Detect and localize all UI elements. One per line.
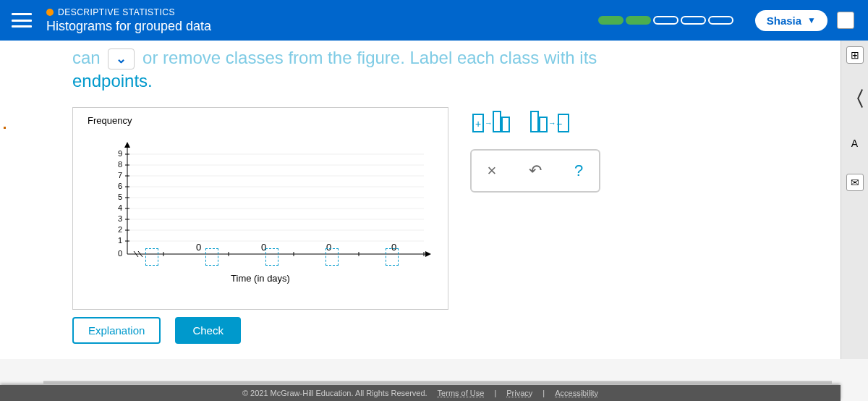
font-icon[interactable]: A: [846, 135, 864, 152]
privacy-link[interactable]: Privacy: [506, 389, 532, 397]
accessibility-link[interactable]: Accessibility: [555, 389, 598, 397]
class-endpoint-input[interactable]: [205, 248, 218, 266]
play-icon[interactable]: ▷: [837, 12, 854, 29]
user-name: Shasia: [767, 14, 801, 27]
svg-text:6: 6: [118, 182, 122, 190]
svg-text:→: →: [485, 119, 493, 127]
page-title-area: DESCRIPTIVE STATISTICS Histograms for gr…: [46, 7, 598, 34]
svg-rect-49: [540, 117, 547, 132]
svg-text:3: 3: [118, 214, 122, 223]
svg-text:→: →: [548, 119, 556, 127]
scrollbar[interactable]: [43, 381, 832, 384]
class-endpoint-input[interactable]: [145, 248, 158, 266]
svg-text:7: 7: [118, 171, 122, 180]
svg-text:5: 5: [118, 193, 122, 201]
svg-rect-47: [502, 117, 509, 132]
class-endpoint-input[interactable]: [386, 248, 399, 266]
class-endpoint-input[interactable]: [326, 248, 339, 266]
svg-text:4: 4: [118, 203, 122, 212]
y-axis-label: Frequency: [88, 115, 132, 126]
class-endpoint-input[interactable]: [265, 248, 278, 266]
menu-button[interactable]: [12, 13, 32, 28]
back-arrow-icon[interactable]: 〈: [845, 85, 865, 113]
mail-icon[interactable]: ✉: [846, 174, 864, 191]
section-label: DESCRIPTIVE STATISTICS: [58, 7, 175, 17]
explanation-button[interactable]: Explanation: [72, 317, 161, 344]
svg-text:−: −: [556, 118, 562, 130]
marker-dot-icon: [4, 127, 6, 129]
check-button[interactable]: Check: [175, 317, 241, 344]
dropdown-toggle[interactable]: ⌄: [108, 48, 135, 69]
add-class-tool[interactable]: +→: [470, 107, 514, 136]
svg-text:0: 0: [118, 249, 122, 258]
instruction-text: can ⌄ or remove classes from the figure.…: [72, 46, 812, 93]
calculator-icon[interactable]: ⊞: [846, 46, 864, 64]
status-dot-icon: [46, 9, 54, 16]
copyright-text: © 2021 McGraw-Hill Education. All Rights…: [242, 389, 427, 397]
undo-button[interactable]: ↶: [521, 156, 550, 185]
progress-indicator: [598, 16, 733, 25]
terms-link[interactable]: Terms of Use: [438, 389, 485, 397]
user-menu-button[interactable]: Shasia ▼: [755, 10, 827, 31]
help-button[interactable]: ?: [564, 156, 593, 185]
svg-text:+: +: [475, 118, 481, 130]
x-axis-label: Time (in days): [231, 273, 290, 284]
svg-text:9: 9: [118, 149, 122, 158]
svg-text:1: 1: [118, 236, 122, 245]
remove-class-tool[interactable]: →−: [528, 107, 571, 136]
chevron-down-icon: ▼: [807, 15, 816, 25]
svg-rect-46: [493, 111, 501, 132]
histogram-chart[interactable]: Frequency 9 8 7 6 5 4 3 2 1 0: [72, 107, 448, 310]
svg-text:2: 2: [118, 225, 122, 234]
clear-button[interactable]: ×: [477, 156, 506, 185]
svg-rect-48: [531, 111, 538, 132]
svg-marker-1: [124, 142, 130, 148]
svg-marker-3: [425, 251, 431, 257]
svg-text:8: 8: [118, 160, 122, 169]
topic-label: Histograms for grouped data: [46, 19, 598, 34]
